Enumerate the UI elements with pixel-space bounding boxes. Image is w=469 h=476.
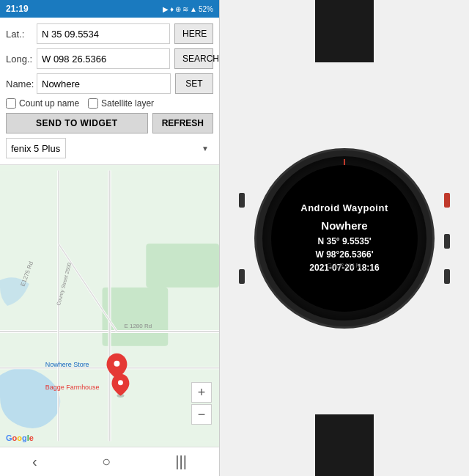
watch-button-bot-left[interactable] [239, 269, 245, 284]
menu-button[interactable]: ||| [163, 450, 199, 473]
svg-rect-1 [103, 288, 169, 346]
lat-row: Lat.: HERE [6, 23, 213, 44]
send-to-widget-button[interactable]: SEND TO WIDGET [6, 113, 148, 133]
battery-text: 52% [199, 5, 213, 13]
name-row: Name: SET [6, 73, 213, 94]
count-up-checkbox[interactable] [6, 98, 16, 109]
watch-lon: W 98°26.5366' [309, 248, 379, 261]
watch-button-bot-right[interactable] [444, 269, 450, 284]
long-label: Long.: [6, 54, 37, 65]
svg-text:Nowhere Store: Nowhere Store [45, 361, 89, 368]
status-bar: 21:19 ▶ ♦ ⊕ ≋ ▲ 52% [0, 0, 219, 18]
status-time: 21:19 [6, 4, 29, 14]
location-icon: ⊕ [175, 5, 181, 13]
lat-label: Lat.: [6, 29, 37, 40]
home-button[interactable]: ○ [90, 450, 122, 473]
long-row: Long.: SEARCH [6, 48, 213, 69]
watch-button-mid-right[interactable] [444, 234, 450, 249]
map-svg: E1275 Rd E 1280 Rd County Street 2500 No… [0, 165, 219, 447]
watch-screen: Android Waypoint Nowhere N 35° 9.5535' W… [271, 165, 418, 312]
bluetooth-icon: ♦ [170, 5, 174, 13]
chevron-down-icon: ▼ [202, 144, 209, 153]
zoom-out-button[interactable]: − [191, 404, 212, 425]
lat-input[interactable] [37, 23, 170, 44]
google-logo: Google [6, 433, 34, 442]
wifi-icon: ≋ [182, 5, 188, 13]
here-button[interactable]: HERE [174, 23, 213, 44]
satellite-checkbox[interactable] [88, 98, 98, 109]
garmin-logo: GARMIN [327, 262, 362, 269]
watch-container: Android Waypoint Nowhere N 35° 9.5535' W… [238, 33, 451, 444]
watch-button-top-left[interactable] [239, 193, 245, 208]
long-input[interactable] [37, 48, 170, 69]
watch-face: Android Waypoint Nowhere N 35° 9.5535' W… [256, 150, 432, 326]
device-dropdown-wrapper[interactable]: fenix 5 Plus ▼ [6, 138, 213, 158]
count-up-checkbox-label[interactable]: Count up name [6, 98, 79, 109]
svg-point-17 [114, 361, 119, 367]
satellite-label: Satellite layer [101, 98, 154, 109]
form-area: Lat.: HERE Long.: SEARCH Name: SET Count… [0, 18, 219, 165]
svg-point-20 [118, 380, 123, 385]
device-select[interactable]: fenix 5 Plus [6, 138, 66, 158]
checkbox-row: Count up name Satellite layer [6, 98, 213, 109]
search-button[interactable]: SEARCH [174, 48, 213, 69]
dropdown-row: fenix 5 Plus ▼ [6, 138, 213, 158]
watch-lat: N 35° 9.5535' [309, 235, 379, 248]
satellite-checkbox-label[interactable]: Satellite layer [88, 98, 154, 109]
svg-text:Bagge Farmhouse: Bagge Farmhouse [45, 384, 100, 391]
watch-button-top-right[interactable] [444, 193, 450, 208]
map-area: E1275 Rd E 1280 Rd County Street 2500 No… [0, 165, 219, 447]
zoom-in-button[interactable]: + [191, 382, 212, 403]
nav-bar: ‹ ○ ||| [0, 447, 219, 476]
refresh-button[interactable]: REFRESH [152, 113, 213, 133]
bezel-tick [344, 159, 345, 165]
network-icon: ▲ [190, 5, 197, 13]
watch-band-bottom [315, 414, 374, 477]
name-label: Name: [6, 78, 37, 89]
watch-panel: Android Waypoint Nowhere N 35° 9.5535' W… [220, 0, 469, 476]
watch-outer: Android Waypoint Nowhere N 35° 9.5535' W… [249, 136, 440, 341]
name-input[interactable] [37, 73, 171, 94]
phone-panel: 21:19 ▶ ♦ ⊕ ≋ ▲ 52% Lat.: HERE Long.: SE… [0, 0, 220, 476]
action-row: SEND TO WIDGET REFRESH [6, 113, 213, 133]
set-button[interactable]: SET [175, 73, 213, 94]
signal-icon: ▶ [163, 5, 169, 13]
watch-waypoint-name: Nowhere [321, 219, 367, 232]
count-up-label: Count up name [19, 98, 79, 109]
back-button[interactable]: ‹ [21, 450, 49, 473]
svg-text:E 1280 Rd: E 1280 Rd [124, 323, 152, 329]
svg-rect-2 [146, 244, 219, 288]
status-icons: ▶ ♦ ⊕ ≋ ▲ 52% [163, 5, 213, 13]
watch-band-top [315, 0, 374, 62]
map-controls: + − [191, 382, 212, 425]
watch-title: Android Waypoint [300, 202, 388, 213]
